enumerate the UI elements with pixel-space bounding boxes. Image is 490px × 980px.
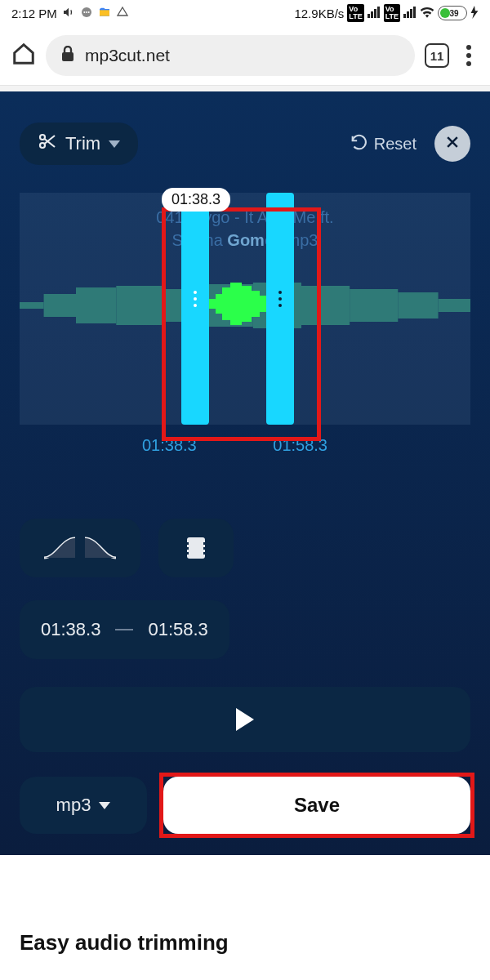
format-label: mp3 — [56, 795, 91, 816]
waveform-area: 01:38.3 041. Kygo - It Ain't Me ft. Sele… — [20, 193, 470, 455]
net-speed: 12.9KB/s — [294, 7, 344, 20]
reset-label: Reset — [374, 135, 416, 154]
playhead-time-bubble: 01:38.3 — [162, 188, 230, 212]
svg-rect-26 — [187, 537, 205, 559]
svg-rect-29 — [185, 552, 189, 555]
save-label: Save — [294, 794, 340, 817]
lock-icon — [60, 46, 75, 66]
svg-rect-5 — [62, 52, 74, 61]
time-mark-start: 01:38.3 — [142, 436, 197, 455]
waveform-canvas[interactable]: 041. Kygo - It Ain't Me ft. Selena Gomez… — [20, 193, 470, 425]
tab-switcher[interactable]: 11 — [425, 43, 449, 68]
volte-badge-1: VoLTE — [347, 4, 363, 22]
close-button[interactable] — [434, 126, 470, 162]
trim-label: Trim — [65, 133, 100, 154]
time-mark-end: 01:58.3 — [273, 436, 327, 455]
tools-row — [20, 519, 470, 577]
trim-mode-button[interactable]: Trim — [20, 122, 138, 165]
signal-icon-1 — [368, 7, 381, 20]
svg-rect-19 — [209, 299, 216, 309]
svg-rect-21 — [222, 287, 230, 320]
volume-icon — [62, 6, 75, 21]
play-icon — [236, 708, 254, 731]
svg-rect-22 — [230, 283, 242, 325]
files-icon — [98, 6, 111, 21]
format-selector[interactable]: mp3 — [20, 777, 147, 834]
filename-bold: Gom — [227, 231, 265, 249]
track-filename: 041. Kygo - It Ain't Me ft. Selena Gomez… — [20, 206, 470, 252]
trim-handle-start[interactable] — [181, 193, 209, 425]
audio-cutter-app: Trim Reset 01:38.3 041. Kygo - It Ain't … — [0, 91, 490, 855]
range-start-value: 01:38.3 — [41, 619, 100, 640]
svg-point-7 — [40, 143, 45, 148]
battery-percent: 39 — [440, 9, 468, 18]
play-button[interactable] — [20, 687, 470, 752]
charging-icon — [470, 6, 479, 21]
clock-text: 2:12 PM — [11, 7, 57, 20]
svg-rect-15 — [301, 286, 350, 325]
time-marks: 01:38.3 01:58.3 — [20, 436, 470, 455]
svg-point-2 — [86, 11, 87, 13]
range-end-value: 01:58.3 — [148, 619, 207, 640]
volte-badge-2: VoLTE — [384, 4, 400, 22]
signal-icon-2 — [403, 7, 416, 20]
message-icon — [80, 6, 93, 21]
time-range-chip[interactable]: 01:38.3 01:58.3 — [20, 600, 229, 659]
svg-point-6 — [40, 135, 45, 140]
undo-icon — [350, 133, 368, 155]
close-icon — [444, 134, 461, 154]
fade-tool-button[interactable] — [20, 519, 140, 577]
url-text: mp3cut.net — [85, 46, 170, 65]
status-bar: 2:12 PM 12.9KB/s VoLTE VoLTE 39 — [0, 0, 490, 26]
home-icon[interactable] — [11, 42, 36, 69]
trim-handle-end[interactable] — [266, 193, 294, 425]
page-heading: Easy audio trimming — [0, 855, 490, 956]
svg-rect-24 — [252, 291, 260, 317]
svg-rect-4 — [100, 10, 109, 16]
svg-rect-32 — [203, 552, 207, 555]
url-bar[interactable]: mp3cut.net — [46, 35, 415, 76]
svg-rect-18 — [439, 299, 470, 312]
save-button[interactable]: Save — [163, 777, 470, 834]
wifi-icon — [420, 7, 434, 20]
svg-rect-27 — [185, 542, 189, 545]
browser-menu-icon[interactable] — [459, 45, 479, 66]
export-row: mp3 Save — [20, 777, 470, 834]
status-left: 2:12 PM — [11, 6, 129, 21]
browser-toolbar: mp3cut.net 11 — [0, 26, 490, 85]
crop-tool-button[interactable] — [158, 519, 234, 577]
svg-rect-10 — [76, 287, 116, 323]
svg-rect-9 — [44, 294, 76, 317]
svg-rect-23 — [242, 286, 252, 322]
chevron-down-icon — [99, 802, 110, 809]
svg-rect-25 — [260, 296, 266, 312]
app-top-row: Trim Reset — [20, 122, 470, 165]
drive-icon — [116, 6, 129, 21]
svg-rect-11 — [116, 286, 164, 325]
reset-button[interactable]: Reset — [350, 133, 416, 155]
battery-indicator: 39 — [438, 6, 467, 20]
svg-rect-30 — [203, 542, 207, 545]
chevron-down-icon — [109, 140, 120, 148]
svg-rect-31 — [203, 547, 207, 550]
svg-point-3 — [88, 11, 90, 13]
svg-rect-8 — [20, 302, 44, 309]
svg-rect-20 — [216, 294, 222, 314]
svg-rect-16 — [350, 289, 398, 322]
selected-waveform — [209, 281, 266, 327]
toolbar-separator — [0, 85, 490, 91]
range-separator — [115, 629, 133, 630]
scissors-icon — [38, 131, 57, 156]
status-right: 12.9KB/s VoLTE VoLTE 39 — [294, 4, 479, 22]
svg-point-1 — [83, 11, 85, 13]
svg-rect-17 — [398, 292, 438, 318]
footer-heading-text: Easy audio trimming — [20, 930, 229, 955]
tab-count-value: 11 — [430, 49, 444, 63]
svg-rect-28 — [185, 547, 189, 550]
